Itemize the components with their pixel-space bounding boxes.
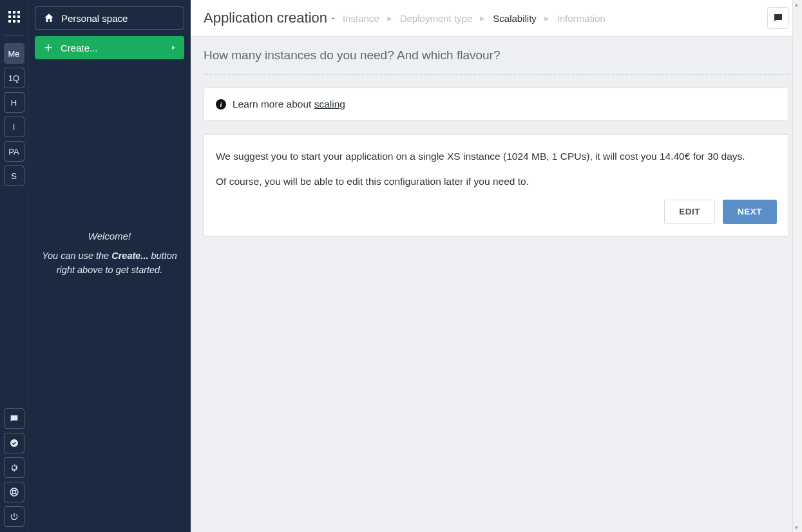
next-button[interactable]: NEXT [723,200,777,224]
vertical-scrollbar[interactable] [792,0,802,532]
grid-icon [8,11,20,23]
chevron-right-icon: ▶ [544,15,549,22]
personal-space-label: Personal space [61,13,128,24]
check-circle-icon [9,438,19,448]
sidebar: Personal space Create... Welcome! You ca… [28,0,191,532]
suggestion-panel: We suggest you to start your application… [204,134,789,236]
svg-point-0 [10,439,18,447]
chevron-right-icon: ▶ [480,15,485,22]
caret-right-icon [170,44,177,51]
info-icon: i [216,99,226,109]
page-title: Application creation [204,10,327,26]
breadcrumb: Instance ▶ Deployment type ▶ Scalability… [343,13,606,24]
rail-item-pa[interactable]: PA [4,141,24,162]
power-icon [9,511,19,522]
crumb-instance[interactable]: Instance [343,13,379,24]
nav-rail: Me 1Q H I PA S [0,0,28,532]
lifebuoy-icon [9,487,19,497]
title-separator: - [331,12,335,25]
rail-separator [5,35,24,35]
rail-chat-button[interactable] [4,408,24,429]
info-text: Learn more about scaling [233,99,345,110]
rail-item-h[interactable]: H [4,92,24,113]
rail-help-button[interactable] [4,482,24,502]
gear-icon [9,462,19,473]
dotted-divider [204,74,789,75]
crumb-scalability[interactable]: Scalability [493,13,537,24]
chat-filled-icon [772,12,784,24]
plus-icon [43,42,54,53]
home-icon [43,12,55,24]
sidebar-welcome: Welcome! You can use the Create... butto… [35,231,184,276]
rail-item-me[interactable]: Me [4,43,24,64]
section-subtitle: How many instances do you need? And whic… [204,48,789,62]
crumb-information[interactable]: Information [557,13,606,24]
apps-menu-button[interactable] [3,5,26,28]
main-area: Application creation - Instance ▶ Deploy… [191,0,802,532]
content-area: How many instances do you need? And whic… [191,37,802,249]
personal-space-button[interactable]: Personal space [35,6,184,30]
chevron-right-icon: ▶ [387,15,392,22]
panel-actions: EDIT NEXT [216,200,777,224]
create-label: Create... [61,43,98,53]
crumb-deployment-type[interactable]: Deployment type [400,13,473,24]
edit-button[interactable]: EDIT [664,200,715,224]
page-header: Application creation - Instance ▶ Deploy… [191,0,802,37]
header-chat-button[interactable] [767,7,789,29]
chat-icon [9,413,19,424]
welcome-title: Welcome! [40,231,179,242]
rail-settings-button[interactable] [4,457,24,478]
rail-item-1q[interactable]: 1Q [4,68,24,88]
suggestion-line-2: Of course, you will be able to edit this… [216,174,777,189]
welcome-text: You can use the Create... button right a… [40,249,179,276]
scaling-link[interactable]: scaling [314,99,345,109]
rail-status-button[interactable] [4,433,24,453]
suggestion-line-1: We suggest you to start your application… [216,149,777,164]
rail-power-button[interactable] [4,506,24,527]
create-button[interactable]: Create... [35,36,184,59]
info-box: i Learn more about scaling [204,88,789,121]
rail-item-s[interactable]: S [4,166,24,186]
svg-point-2 [12,490,15,493]
rail-item-i[interactable]: I [4,117,24,137]
